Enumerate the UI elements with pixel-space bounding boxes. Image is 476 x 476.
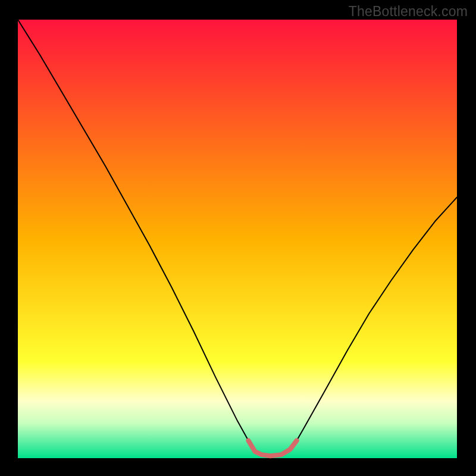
- chart-stage: TheBottleneck.com: [0, 0, 476, 476]
- plot-background: [18, 20, 457, 458]
- watermark-text: TheBottleneck.com: [349, 4, 468, 20]
- chart-svg: [0, 0, 476, 476]
